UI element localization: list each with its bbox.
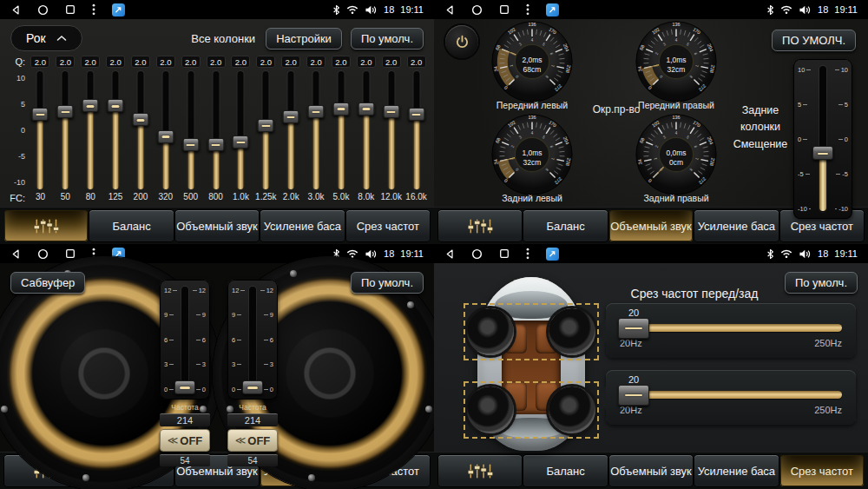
q-value[interactable]: 2.0 [207,56,226,68]
gain-slider[interactable] [183,71,199,189]
slider-knob[interactable] [157,130,174,143]
recents-button[interactable] [499,4,510,15]
preset-dropdown[interactable]: Рок [10,25,82,51]
slider-knob[interactable] [174,380,195,394]
slider-knob[interactable] [618,385,649,406]
slider-knob[interactable] [408,108,424,121]
q-value[interactable]: 2.0 [30,56,49,68]
slider-knob[interactable] [207,138,224,151]
app-icon[interactable] [546,3,559,17]
q-value[interactable]: 2.0 [156,56,175,68]
q-value[interactable]: 2.0 [106,56,125,68]
q-value[interactable]: 2.0 [281,56,300,68]
home-button[interactable] [37,248,49,260]
q-value[interactable]: 2.0 [231,56,250,68]
subwoofer-button[interactable]: Сабвуфер [10,272,85,294]
slider-knob[interactable] [618,318,649,339]
gain-slider[interactable] [82,71,98,189]
tab-balance[interactable]: Баланс [523,210,607,241]
app-icon[interactable] [112,3,125,17]
tab-equalizer[interactable] [438,210,522,241]
slider-knob[interactable] [57,105,74,118]
q-value[interactable]: 2.0 [306,56,326,68]
frequency-slider[interactable] [616,318,845,337]
gain-slider[interactable] [258,71,273,189]
gain-slider[interactable] [333,71,349,189]
gain-slider[interactable] [133,71,148,189]
q-value[interactable]: 2.0 [81,56,100,68]
gain-slider[interactable] [409,71,424,189]
slider-knob[interactable] [132,113,148,126]
menu-icon[interactable] [526,248,529,260]
tab-bass-boost[interactable]: Усиление баса [694,455,778,486]
gain-slider[interactable] [283,71,299,189]
off-button[interactable]: ≪OFF [160,429,210,452]
slider-knob[interactable] [258,119,274,132]
q-value[interactable]: 2.0 [357,56,376,68]
back-button[interactable] [444,248,455,260]
gain-slider[interactable] [32,71,48,189]
gain-slider[interactable] [158,71,174,189]
slider-knob[interactable] [358,102,374,116]
slider-knob[interactable] [32,108,49,121]
slider-knob[interactable] [182,138,199,151]
back-button[interactable] [10,4,21,16]
recents-button[interactable] [65,248,76,259]
gain-slider[interactable] [384,71,399,189]
settings-button[interactable]: Настройки [266,28,342,50]
frequency-slider[interactable] [616,385,845,404]
tab-frequency-cut[interactable]: Срез частот [780,455,864,486]
q-value[interactable]: 2.0 [407,56,426,68]
tab-equalizer[interactable] [4,210,88,241]
default-button[interactable]: По умолч. [785,272,858,294]
slider-knob[interactable] [308,105,325,118]
q-value[interactable]: 2.0 [382,56,401,68]
tab-balance[interactable]: Баланс [89,210,173,241]
menu-icon[interactable] [526,3,529,16]
tab-balance[interactable]: Баланс [523,455,607,486]
level-slider[interactable]: 129630 129630 [160,280,210,400]
slider-knob[interactable] [82,99,99,112]
tab-surround-sound[interactable]: Объемный звук [609,210,693,241]
delay-gauge[interactable]: 03468102136170204238272012345678 1,0ms32… [491,114,573,203]
slider-knob[interactable] [383,105,399,118]
default-button[interactable]: По умолч. [351,272,424,294]
tab-bass-boost[interactable]: Усиление баса [260,210,344,241]
rear-offset-slider[interactable]: 1050-5-10 1050-5-10 [793,59,852,219]
all-speakers-selector[interactable]: Все колонки [191,32,255,45]
default-button[interactable]: По умолч. [351,28,424,50]
gain-slider[interactable] [233,71,248,189]
back-button[interactable] [10,248,21,260]
gain-slider[interactable] [57,71,73,189]
slider-knob[interactable] [332,102,349,116]
tab-bass-boost[interactable]: Усиление баса [694,210,778,241]
slider-knob[interactable] [812,146,833,160]
q-value[interactable]: 2.0 [181,56,201,68]
q-value[interactable]: 2.0 [256,56,275,68]
back-button[interactable] [444,4,455,16]
tab-surround-sound[interactable]: Объемный звук [609,455,693,486]
gain-slider[interactable] [308,71,324,189]
menu-icon[interactable] [92,3,95,16]
slider-knob[interactable] [233,135,249,149]
q-value[interactable]: 2.0 [131,56,150,68]
q-value[interactable]: 2.0 [56,56,75,68]
app-icon[interactable] [546,248,559,261]
tab-frequency-cut[interactable]: Срез частот [346,210,430,241]
gain-slider[interactable] [108,71,123,189]
home-button[interactable] [471,4,483,16]
home-button[interactable] [471,248,483,260]
delay-gauge[interactable]: 03468102136170204238272012345678 0,0ms0c… [635,114,717,203]
default-button[interactable]: ПО УМОЛЧ. [772,30,856,51]
tab-surround-sound[interactable]: Объемный звук [175,210,259,241]
gain-slider[interactable] [358,71,374,189]
level-slider[interactable]: 129630 129630 [227,280,278,400]
slider-knob[interactable] [283,110,299,123]
recents-button[interactable] [65,4,76,15]
slider-knob[interactable] [108,99,124,112]
home-button[interactable] [37,4,49,16]
tab-equalizer[interactable] [438,455,522,486]
gain-slider[interactable] [208,71,224,189]
q-value[interactable]: 2.0 [332,56,351,68]
delay-gauge[interactable]: 03468102136170204238272012345678 2,0ms68… [491,21,573,110]
